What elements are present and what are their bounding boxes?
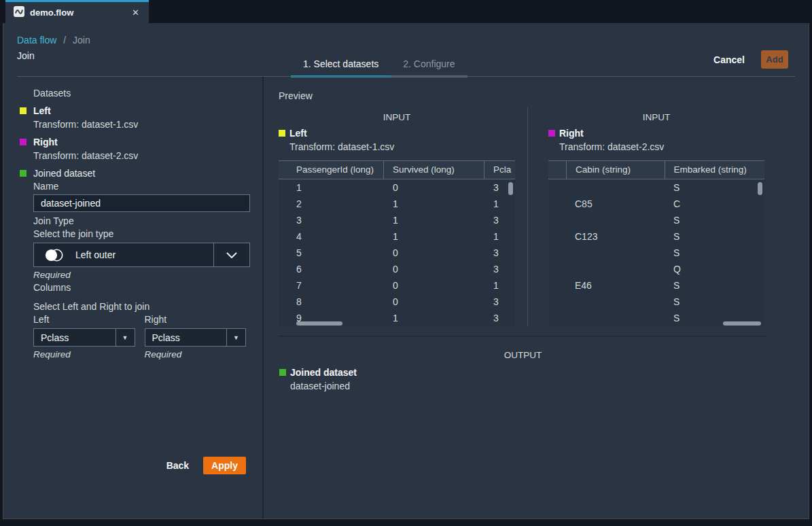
table-cell: S [665, 277, 764, 294]
table-cell: 1 [279, 179, 384, 196]
preview-left-item: Left Transform: dataset-1.csv [279, 128, 527, 153]
breadcrumb-separator: / [63, 35, 66, 46]
horizontal-scrollbar[interactable] [296, 321, 342, 326]
column-header: Cabin (string) [567, 161, 665, 179]
tab-title: demo.flow [30, 7, 73, 18]
left-column-group: Left Pclass ▼ Required [33, 314, 135, 362]
breadcrumb-data-flow[interactable]: Data flow [17, 35, 56, 46]
table-row: S [548, 294, 764, 310]
horizontal-scrollbar[interactable] [723, 321, 761, 326]
table-row: Q [548, 261, 764, 277]
preview-left-name: Left [289, 128, 527, 139]
table-row: 503 [279, 245, 515, 261]
table-cell: 1 [384, 196, 484, 212]
vertical-scrollbar[interactable] [508, 182, 513, 195]
left-preview-table: PassengerId (long)Survived (long)Pcla 10… [279, 160, 515, 326]
preview-right-transform: Transform: dataset-2.csv [559, 141, 767, 153]
table-row: S [548, 212, 764, 228]
preview-inputs-row: INPUT Left Transform: dataset-1.csv Pass… [279, 107, 809, 326]
header-actions: Cancel Add [713, 50, 788, 69]
table-cell: 3 [484, 261, 515, 277]
columns-label: Columns [33, 282, 246, 294]
table-row: C123S [548, 228, 764, 245]
table-cell: 0 [384, 294, 484, 310]
apply-button[interactable]: Apply [203, 457, 246, 474]
table-cell: 5 [279, 245, 384, 261]
tab-configure[interactable]: 2. Configure [391, 58, 467, 77]
preview-output-value: dataset-joined [290, 381, 767, 392]
table-row: 211 [279, 196, 515, 212]
table-cell: S [665, 179, 764, 196]
tab-select-datasets[interactable]: 1. Select datasets [291, 58, 391, 77]
output-label: OUTPUT [279, 349, 767, 361]
header: Data flow / Join Join 1. Select datasets… [3, 23, 809, 77]
table-cell: 1 [484, 228, 515, 245]
left-column-value: Pclass [34, 332, 69, 343]
table-cell [548, 245, 566, 261]
table-cell: 1 [484, 277, 515, 294]
table-cell: 4 [279, 228, 384, 245]
preview-right-item: Right Transform: dataset-2.csv [548, 128, 767, 153]
table-row: S [548, 179, 764, 196]
column-header: Survived (long) [384, 161, 484, 179]
joined-dataset-color-swatch [279, 369, 286, 376]
preview-output-item: Joined dataset dataset-joined [279, 367, 767, 392]
joined-name-input[interactable] [33, 194, 250, 212]
cancel-button[interactable]: Cancel [713, 54, 745, 65]
columns-help: Select Left and Right to join [33, 301, 246, 313]
add-button[interactable]: Add [761, 50, 788, 69]
right-dataset-color-swatch [20, 139, 27, 145]
table-cell [548, 196, 566, 212]
tab-demo-flow[interactable]: demo.flow ✕ [5, 0, 149, 23]
table-cell [566, 245, 665, 261]
right-dataset-color-swatch [548, 130, 555, 137]
left-dataset-color-swatch [279, 130, 285, 137]
table-cell [566, 261, 665, 277]
input-label: INPUT [548, 111, 764, 123]
table-row: 603 [279, 261, 515, 277]
right-column-label: Right [145, 314, 247, 326]
table-row: S [548, 245, 764, 261]
right-column-group: Right Pclass ▼ Required [145, 314, 247, 362]
join-columns-row: Left Pclass ▼ Required Right Pclass ▼ [33, 314, 246, 362]
left-input-section: INPUT Left Transform: dataset-1.csv Pass… [279, 107, 528, 326]
right-preview-table: Cabin (string)Embarked (string) SC85CSC1… [548, 160, 764, 326]
left-column-select[interactable]: Pclass ▼ [33, 328, 135, 347]
output-divider [279, 336, 767, 336]
table-cell [566, 212, 665, 228]
right-dataset-transform: Transform: dataset-2.csv [33, 150, 246, 162]
left-dataset-color-swatch [20, 107, 27, 114]
join-type-select[interactable]: Left outer [33, 243, 250, 267]
table-row: 411 [279, 228, 515, 245]
column-header [548, 161, 567, 179]
datasets-label: Datasets [33, 88, 246, 99]
right-column-required: Required [145, 349, 247, 360]
joined-dataset-color-swatch [20, 170, 27, 177]
table-header-row: Cabin (string)Embarked (string) [548, 161, 764, 179]
table-cell: C85 [566, 196, 665, 212]
dataset-right-item: Right Transform: dataset-2.csv [33, 137, 246, 162]
join-type-required: Required [33, 270, 246, 280]
breadcrumb: Data flow / Join [17, 35, 90, 46]
table-cell [548, 277, 566, 294]
dropdown-arrow-icon: ▼ [116, 329, 135, 346]
back-button[interactable]: Back [166, 460, 189, 471]
flow-file-icon [14, 6, 24, 20]
preview-output-name: Joined dataset [290, 367, 767, 379]
table-cell: S [665, 245, 764, 261]
join-type-help: Select the join type [33, 228, 246, 240]
joined-dataset-name: Joined dataset [33, 168, 246, 179]
preview-label: Preview [279, 90, 809, 102]
close-icon[interactable]: ✕ [129, 7, 142, 18]
right-column-value: Pclass [145, 332, 180, 343]
breadcrumb-current: Join [73, 35, 90, 46]
table-cell: Q [665, 261, 764, 277]
table-cell: 3 [484, 245, 515, 261]
chevron-down-icon [213, 243, 249, 266]
right-column-select[interactable]: Pclass ▼ [145, 328, 247, 347]
vertical-scrollbar[interactable] [758, 182, 762, 195]
dataset-left-item: Left Transform: dataset-1.csv [33, 105, 246, 130]
dataset-joined-item: Joined dataset Name [33, 168, 246, 192]
preview-left-transform: Transform: dataset-1.csv [289, 141, 527, 153]
table-cell: 2 [279, 196, 384, 212]
